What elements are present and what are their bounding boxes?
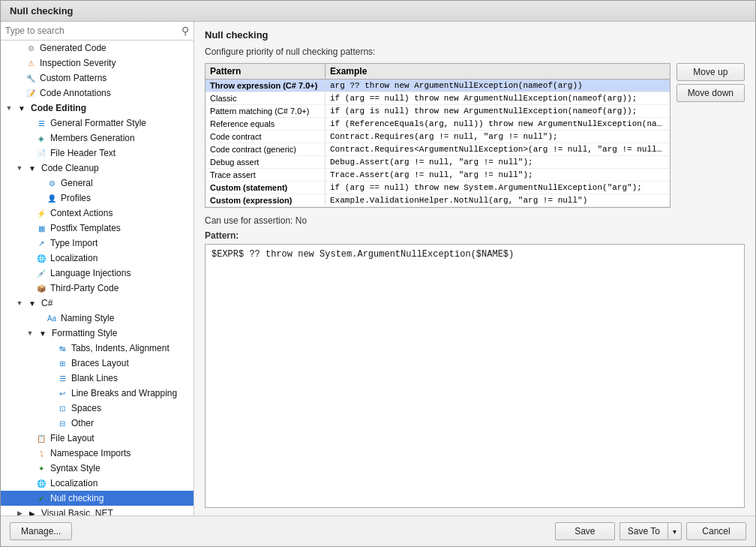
tree-label-custom-patterns: Custom Patterns (40, 73, 106, 83)
table-row[interactable]: Custom (statement)if (arg == null) throw… (206, 182, 670, 194)
tree-item-other[interactable]: ⊟Other (1, 416, 194, 431)
pattern-cell-2: Pattern matching (C# 7.0+) (206, 105, 326, 117)
tree-icon-file-header-text: 📄 (35, 147, 47, 159)
tree-icon-third-party-code: 📦 (35, 282, 47, 294)
tree-item-naming-style[interactable]: AaNaming Style (1, 311, 194, 326)
tree-item-file-header-text[interactable]: 📄File Header Text (1, 146, 194, 161)
tree-icon-postfix-templates: ▦ (35, 222, 47, 234)
tree-item-code-editing[interactable]: ▼▼Code Editing (1, 101, 194, 116)
pattern-editor[interactable]: $EXPR$ ?? throw new System.ArgumentNullE… (205, 244, 745, 508)
tree-label-code-cleanup: Code Cleanup (41, 163, 99, 173)
move-up-button[interactable]: Move up (676, 63, 745, 81)
tree-label-code-editing: Code Editing (31, 103, 86, 113)
tree-icon-csharp: ▼ (26, 297, 38, 309)
table-row[interactable]: Code contractContract.Requires(arg != nu… (206, 131, 670, 143)
search-input[interactable] (5, 26, 182, 36)
dialog-title: Null checking (1, 1, 755, 22)
pattern-cell-0: Throw expression (C# 7.0+) (206, 80, 326, 92)
pattern-cell-6: Debug assert (206, 156, 326, 168)
table-buttons: Move up Move down (676, 63, 745, 208)
pattern-cell-7: Trace assert (206, 169, 326, 181)
table-header: Pattern Example (206, 64, 670, 80)
left-panel: ⚲ ⚙Generated Code⚠Inspection Severity🔧Cu… (1, 22, 194, 515)
tree-item-formatting-style[interactable]: ▼▼Formatting Style (1, 326, 194, 341)
table-row[interactable]: Trace assertTrace.Assert(arg != null, "a… (206, 169, 670, 182)
tree-item-third-party-code[interactable]: 📦Third-Party Code (1, 281, 194, 296)
tree-item-code-cleanup[interactable]: ▼▼Code Cleanup (1, 161, 194, 176)
tree-item-localization2[interactable]: 🌐Localization (1, 476, 194, 491)
tree-item-null-checking[interactable]: ✔Null checking (1, 491, 194, 506)
tree-icon-file-layout: 📋 (35, 432, 47, 444)
table-row[interactable]: Custom (expression)Example.ValidationHel… (206, 194, 670, 207)
cancel-button[interactable]: Cancel (686, 522, 746, 540)
tree-item-blank-lines[interactable]: ☰Blank Lines (1, 371, 194, 386)
tree-item-inspection-severity[interactable]: ⚠Inspection Severity (1, 56, 194, 71)
expand-icon-code-editing: ▼ (4, 103, 14, 113)
tree-item-namespace-imports[interactable]: ⤵Namespace Imports (1, 446, 194, 461)
table-row[interactable]: Reference equalsif (ReferenceEquals(arg,… (206, 118, 670, 131)
save-to-arrow-button[interactable]: ▾ (668, 522, 682, 540)
tree-item-language-injections[interactable]: 💉Language Injections (1, 266, 194, 281)
tree-icon-line-breaks-wrapping: ↩ (56, 387, 68, 399)
tree-item-context-actions[interactable]: ⚡Context Actions (1, 206, 194, 221)
table-row[interactable]: Debug assertDebug.Assert(arg != null, "a… (206, 156, 670, 169)
tree-item-members-generation[interactable]: ◈Members Generation (1, 131, 194, 146)
tree-label-braces-layout: Braces Layout (71, 358, 129, 368)
manage-button[interactable]: Manage... (10, 522, 72, 540)
tree-label-naming-style: Naming Style (61, 313, 114, 323)
tree-label-members-generation: Members Generation (50, 133, 135, 143)
table-row[interactable]: Throw expression (C# 7.0+)arg ?? throw n… (206, 80, 670, 92)
table-row[interactable]: Pattern matching (C# 7.0+)if (arg is nul… (206, 105, 670, 118)
tree-item-csharp[interactable]: ▼▼C# (1, 296, 194, 311)
tree-item-custom-patterns[interactable]: 🔧Custom Patterns (1, 71, 194, 86)
tree-item-type-import[interactable]: ↗Type Import (1, 236, 194, 251)
tree-icon-tabs-indents-alignment: ↹ (56, 342, 68, 354)
tree-item-vb-net[interactable]: ▶▶Visual Basic .NET (1, 506, 194, 515)
tree-item-general-formatter-style[interactable]: ☰General Formatter Style (1, 116, 194, 131)
expand-icon-csharp: ▼ (14, 298, 25, 308)
right-panel: Null checking Configure priority of null… (194, 22, 755, 515)
tree-label-blank-lines: Blank Lines (71, 373, 118, 383)
pattern-cell-9: Custom (expression) (206, 194, 326, 206)
tree-label-syntax-style: Syntax Style (50, 463, 100, 473)
tree-icon-type-import: ↗ (35, 237, 47, 249)
tree-icon-language-injections: 💉 (35, 267, 47, 279)
tree-label-language-injections: Language Injections (50, 268, 130, 278)
tree-icon-spaces: ⊡ (56, 402, 68, 414)
settings-dialog: Null checking ⚲ ⚙Generated Code⚠Inspecti… (0, 0, 756, 547)
bottom-bar: Manage... Save Save To ▾ Cancel (1, 515, 755, 546)
assertion-line: Can use for assertion: No (205, 215, 745, 226)
move-down-button[interactable]: Move down (676, 84, 745, 102)
tree-item-braces-layout[interactable]: ⊞Braces Layout (1, 356, 194, 371)
save-button[interactable]: Save (555, 522, 615, 540)
tree-item-profiles[interactable]: 👤Profiles (1, 191, 194, 206)
tree-item-postfix-templates[interactable]: ▦Postfix Templates (1, 221, 194, 236)
tree-icon-code-editing: ▼ (16, 102, 28, 114)
tree-item-localization[interactable]: 🌐Localization (1, 251, 194, 266)
pattern-label: Pattern: (205, 230, 745, 241)
example-cell-1: if (arg == null) throw new ArgumentNullE… (326, 92, 670, 104)
tree-item-spaces[interactable]: ⊡Spaces (1, 401, 194, 416)
table-row[interactable]: Code contract (generic)Contract.Requires… (206, 143, 670, 156)
tree-label-code-annotations: Code Annotations (40, 88, 111, 98)
tree-label-other: Other (71, 418, 94, 428)
table-row[interactable]: Classicif (arg == null) throw new Argume… (206, 92, 670, 105)
example-cell-7: Trace.Assert(arg != null, "arg != null")… (326, 169, 670, 181)
tree-item-general[interactable]: ⚙General (1, 176, 194, 191)
expand-icon-formatting-style: ▼ (25, 328, 35, 338)
tree-item-tabs-indents-alignment[interactable]: ↹Tabs, Indents, Alignment (1, 341, 194, 356)
tree-container: ⚙Generated Code⚠Inspection Severity🔧Cust… (1, 41, 194, 515)
tree-item-code-annotations[interactable]: 📝Code Annotations (1, 86, 194, 101)
tree-label-namespace-imports: Namespace Imports (50, 448, 130, 458)
tree-icon-formatting-style: ▼ (37, 327, 49, 339)
tree-label-file-header-text: File Header Text (50, 148, 116, 158)
tree-label-profiles: Profiles (61, 193, 91, 203)
tree-item-line-breaks-wrapping[interactable]: ↩Line Breaks and Wrapping (1, 386, 194, 401)
tree-label-tabs-indents-alignment: Tabs, Indents, Alignment (71, 343, 170, 353)
tree-item-file-layout[interactable]: 📋File Layout (1, 431, 194, 446)
tree-label-general: General (61, 178, 93, 188)
tree-item-generated-code[interactable]: ⚙Generated Code (1, 41, 194, 56)
save-to-button[interactable]: Save To (620, 522, 668, 540)
tree-item-syntax-style[interactable]: ✦Syntax Style (1, 461, 194, 476)
tree-label-file-layout: File Layout (50, 433, 94, 443)
